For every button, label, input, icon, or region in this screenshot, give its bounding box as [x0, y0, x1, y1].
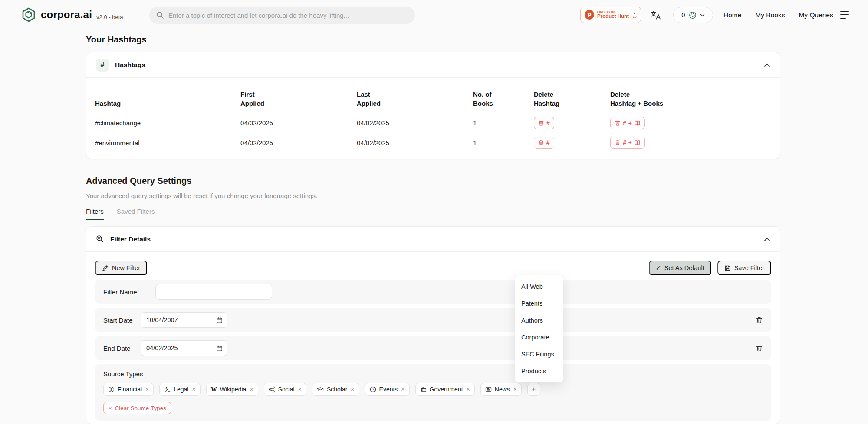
svg-text:$: $: [110, 388, 112, 391]
filter-tabs: Filters Saved Filters: [86, 208, 780, 220]
start-date-input[interactable]: 10/04/2007: [141, 312, 227, 328]
delete-hashtag-button[interactable]: #: [534, 117, 554, 129]
hashtag-cell: #climatechange: [95, 119, 240, 127]
advanced-settings-title: Advanced Query Settings: [86, 176, 780, 186]
brand-name: corpora.ai: [41, 7, 92, 23]
nav-my-books[interactable]: My Books: [755, 11, 785, 19]
credits-dropdown[interactable]: 0: [673, 7, 713, 23]
filter-search-icon: [96, 235, 104, 243]
topic-search-bar[interactable]: [149, 7, 415, 24]
col-hashtag: Hashtag: [95, 99, 240, 108]
menu-icon[interactable]: [840, 11, 850, 19]
clear-end-date-trash-icon[interactable]: [756, 345, 763, 352]
table-row: #environmental 04/02/2025 04/02/2025 1 #…: [86, 133, 780, 152]
dropdown-option-sec-filings[interactable]: SEC Filings: [515, 346, 563, 362]
chip-social[interactable]: Social ×: [264, 383, 306, 396]
filter-name-input[interactable]: [155, 284, 272, 300]
start-date-label: Start Date: [103, 316, 141, 324]
remove-chip-icon[interactable]: ×: [513, 386, 517, 393]
chip-news[interactable]: News ×: [480, 383, 522, 396]
product-hunt-upvotes: ▲ 10: [633, 11, 637, 19]
search-icon: [156, 11, 164, 19]
source-types-row: Source Types $ Financial × Legal: [95, 364, 771, 421]
filter-details-title: Filter Details: [110, 235, 151, 243]
remove-chip-icon[interactable]: ×: [351, 386, 354, 393]
dropdown-option-corporate[interactable]: Corporate: [515, 329, 563, 346]
hashtags-card-title: Hashtags: [115, 61, 145, 69]
nav-home[interactable]: Home: [723, 11, 741, 19]
filter-details-card: Filter Details New Filter ✓ Set As Defau…: [86, 226, 780, 424]
last-applied-cell: 04/02/2025: [357, 139, 473, 147]
nav-my-queries[interactable]: My Queries: [799, 11, 833, 19]
remove-chip-icon[interactable]: ×: [401, 386, 404, 393]
remove-chip-icon[interactable]: ×: [192, 386, 195, 393]
end-date-input[interactable]: 04/02/2025: [141, 340, 227, 356]
plus-icon: +: [532, 385, 536, 394]
filter-details-header: Filter Details: [86, 227, 780, 252]
col-last-applied: Last Applied: [357, 90, 473, 108]
search-input[interactable]: [168, 12, 408, 19]
remove-chip-icon[interactable]: ×: [250, 386, 253, 393]
product-hunt-text: FIND US ON Product Hunt: [597, 11, 629, 19]
table-row: #climatechange 04/02/2025 04/02/2025 1 #…: [86, 113, 780, 133]
remove-chip-icon[interactable]: ×: [467, 386, 470, 393]
hashtags-card: # Hashtags Hashtag First Applied Last Ap…: [86, 52, 780, 159]
dropdown-option-authors[interactable]: Authors: [515, 312, 563, 329]
credits-count: 0: [681, 11, 685, 19]
clear-start-date-trash-icon[interactable]: [756, 316, 763, 324]
clear-source-types-button[interactable]: × Clear Source Types: [103, 402, 171, 414]
chip-events[interactable]: Events ×: [365, 383, 410, 396]
chip-wikipedia[interactable]: W Wikipedia ×: [206, 383, 258, 396]
legal-icon: [164, 386, 171, 393]
end-date-row: End Date 04/02/2025: [95, 336, 771, 360]
chip-scholar[interactable]: Scholar ×: [312, 383, 359, 396]
chip-government[interactable]: Government ×: [415, 383, 475, 396]
product-hunt-badge[interactable]: P FIND US ON Product Hunt ▲ 10: [580, 7, 641, 23]
delete-hashtag-button[interactable]: #: [534, 137, 554, 149]
chip-legal[interactable]: Legal ×: [159, 383, 200, 396]
dropdown-option-all-web[interactable]: All Web: [515, 278, 563, 295]
tab-filters[interactable]: Filters: [86, 208, 104, 220]
save-icon: [724, 265, 731, 271]
product-hunt-name: Product Hunt: [597, 13, 629, 19]
trash-icon: [538, 140, 544, 146]
add-source-type-button[interactable]: +: [527, 383, 540, 396]
language-translate-icon[interactable]: [650, 10, 661, 21]
col-delete-hashtag-books: Delete Hashtag + Books: [610, 90, 771, 108]
delete-hashtag-and-books-button[interactable]: # +: [610, 137, 645, 149]
brand-logo[interactable]: corpora.ai v2.0 - beta: [21, 7, 123, 23]
delete-hashtag-and-books-button[interactable]: # +: [610, 117, 645, 129]
filter-name-row: Filter Name: [95, 280, 771, 304]
trash-icon: [538, 120, 544, 126]
top-nav: Home My Books My Queries: [723, 0, 833, 30]
source-types-label: Source Types: [103, 370, 763, 378]
news-icon: [485, 386, 492, 393]
filter-name-label: Filter Name: [103, 288, 155, 296]
hashtags-collapse-button[interactable]: [764, 63, 770, 67]
new-filter-button[interactable]: New Filter: [95, 261, 147, 275]
first-applied-cell: 04/02/2025: [240, 119, 357, 127]
remove-chip-icon[interactable]: ×: [298, 386, 302, 393]
filter-details-collapse-button[interactable]: [764, 237, 770, 241]
main-content: Your Hashtags # Hashtags Hashtag First A…: [86, 30, 780, 424]
chip-financial[interactable]: $ Financial ×: [103, 383, 154, 396]
book-icon: [634, 120, 641, 126]
end-date-label: End Date: [103, 345, 141, 352]
product-hunt-find-us-on: FIND US ON: [597, 11, 629, 14]
dropdown-option-patents[interactable]: Patents: [515, 295, 563, 312]
hashtag-cell: #environmental: [95, 139, 240, 147]
advanced-settings-subtitle: Your advanced query settings will be res…: [86, 192, 780, 200]
trash-icon: [615, 140, 621, 146]
scholar-icon: [317, 386, 324, 393]
hashtags-card-header: # Hashtags: [86, 52, 780, 78]
pencil-icon: [102, 265, 108, 271]
calendar-icon: [216, 317, 223, 323]
remove-chip-icon[interactable]: ×: [145, 386, 149, 393]
set-as-default-button[interactable]: ✓ Set As Default: [649, 261, 711, 275]
col-no-of-books: No. of Books: [473, 90, 534, 108]
chevron-down-icon: [700, 13, 705, 17]
brand-version: v2.0 - beta: [96, 12, 123, 23]
save-filter-button[interactable]: Save Filter: [717, 261, 771, 275]
dropdown-option-products[interactable]: Products: [515, 362, 563, 379]
tab-saved-filters[interactable]: Saved Filters: [117, 208, 155, 220]
